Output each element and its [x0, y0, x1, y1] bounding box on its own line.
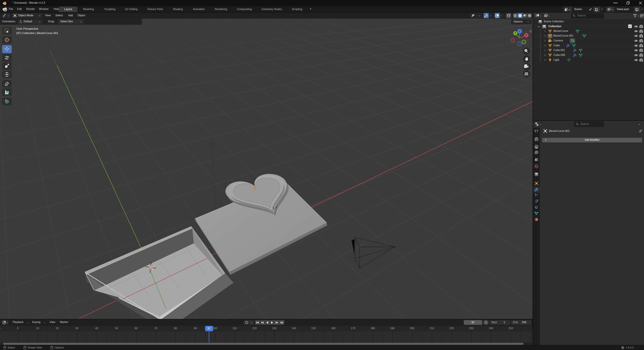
- svg-text:Z: Z: [519, 30, 520, 32]
- svg-text:Y: Y: [514, 32, 516, 34]
- svg-text:X: X: [526, 34, 527, 36]
